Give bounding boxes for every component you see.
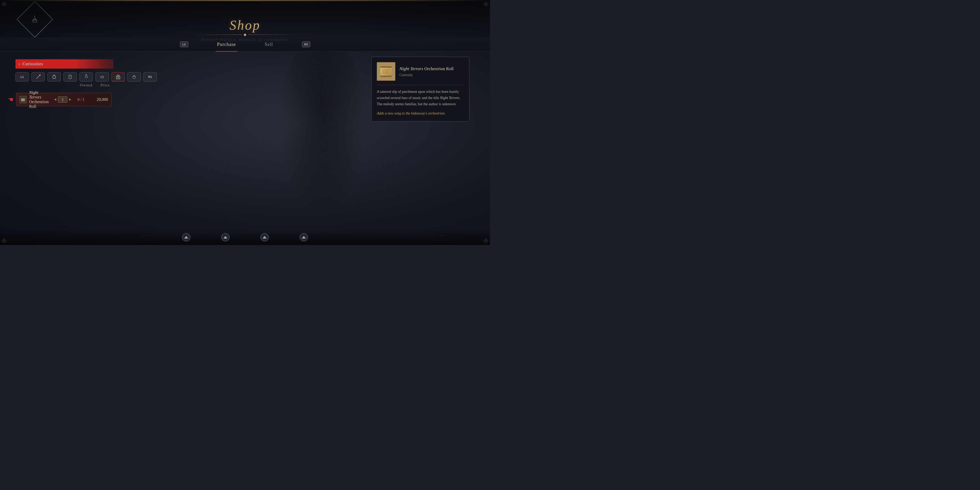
- chevron-up-icon-1: [184, 236, 188, 239]
- svg-point-4: [52, 76, 56, 79]
- item-name-rest: Orchestrion Roll: [29, 100, 49, 108]
- column-price-header: Price: [100, 83, 110, 88]
- detail-item-name: Night Terrors Orchestrion Roll: [399, 66, 464, 72]
- svg-point-3: [40, 75, 40, 76]
- tab-sell[interactable]: Sell: [261, 40, 277, 49]
- filter-key-item[interactable]: [111, 72, 125, 81]
- r1-key-label: R1: [148, 75, 152, 78]
- quantity-increase-button[interactable]: ►: [68, 97, 72, 102]
- filter-material[interactable]: [64, 72, 77, 81]
- material-icon: [67, 74, 73, 80]
- detail-effect: Adds a new song to the hideaway's orches…: [377, 111, 464, 116]
- title-divider: [190, 34, 300, 36]
- item-row-wrapper: ☛ Night Terrors Orchestrion Roll ◄ 1: [8, 93, 111, 106]
- svg-line-2: [37, 75, 40, 79]
- column-owned-header: Owned: [80, 83, 92, 88]
- desc-italic: Night Terrors: [440, 96, 460, 100]
- filter-consumable[interactable]: [95, 72, 109, 81]
- filter-key-l1[interactable]: L1: [16, 72, 29, 81]
- key-item-icon: [115, 74, 121, 80]
- quantity-control: ◄ 1 ►: [53, 97, 72, 103]
- item-type-filter-row: L1: [16, 72, 157, 81]
- sell-tab-label: Sell: [265, 42, 273, 47]
- detail-item-type: Curiosity: [399, 73, 464, 77]
- chevron-up-icon-2: [223, 236, 228, 239]
- bottom-btn-icon-1: [182, 233, 190, 242]
- main-content: › Curiosities L1: [0, 52, 490, 229]
- bottom-navigation: [0, 229, 490, 245]
- purchase-tab-label: Purchase: [217, 42, 236, 47]
- item-owned-count: 0 / 1: [75, 97, 88, 102]
- item-icon: [19, 96, 27, 103]
- item-row[interactable]: Night Terrors Orchestrion Roll ◄ 1 ► 0 /…: [16, 93, 111, 106]
- tab-key-r2[interactable]: R2: [298, 40, 314, 49]
- detail-item-icon: [377, 62, 395, 81]
- detail-scroll-icon: [378, 64, 394, 79]
- category-bar[interactable]: › Curiosities: [16, 59, 113, 68]
- detail-header: Night Terrors Orchestrion Roll Curiosity: [377, 62, 464, 85]
- quantity-value: 1: [58, 97, 67, 103]
- selection-cursor-icon: ☛: [8, 96, 13, 103]
- filter-key-r1[interactable]: R1: [143, 72, 157, 81]
- l2-key: L2: [180, 41, 188, 47]
- r2-key: R2: [302, 41, 310, 47]
- item-name: Night Terrors Orchestrion Roll: [29, 90, 51, 109]
- ring-icon: [51, 74, 57, 80]
- orchestrion-roll-icon: [21, 97, 25, 102]
- svg-point-11: [118, 77, 119, 78]
- filter-ring[interactable]: [48, 72, 61, 81]
- detail-title-area: Night Terrors Orchestrion Roll Curiosity: [399, 66, 464, 77]
- tab-key-l2[interactable]: L2: [176, 40, 192, 49]
- bottom-btn-icon-2: [221, 233, 229, 242]
- bottom-btn-3[interactable]: [261, 233, 269, 242]
- consumable-icon: [99, 74, 105, 80]
- tab-group: L2 Purchase Sell R2: [176, 40, 314, 49]
- svg-rect-12: [21, 98, 25, 101]
- item-detail-panel: Night Terrors Orchestrion Roll Curiosity…: [371, 57, 469, 121]
- svg-rect-22: [380, 76, 392, 77]
- bottom-btn-4[interactable]: [300, 233, 308, 242]
- page-title: Shop: [229, 18, 261, 33]
- bottom-btn-1[interactable]: [182, 233, 190, 242]
- pendant-icon: [83, 74, 89, 80]
- svg-rect-20: [380, 66, 392, 77]
- filter-weapon[interactable]: [32, 72, 45, 81]
- tab-purchase[interactable]: Purchase: [213, 40, 240, 49]
- bag-icon: [131, 74, 137, 80]
- bottom-btn-2[interactable]: [221, 233, 229, 242]
- quantity-decrease-button[interactable]: ◄: [53, 97, 57, 102]
- item-price: 20,000: [90, 97, 108, 102]
- svg-rect-21: [380, 66, 392, 68]
- bottom-btn-icon-3: [261, 233, 269, 242]
- category-label: Curiosities: [22, 62, 43, 66]
- filter-bag[interactable]: [127, 72, 141, 81]
- detail-name-rest: Orchestrion Roll: [423, 66, 453, 71]
- category-arrow-icon: ›: [19, 62, 20, 66]
- detail-description: A tattered slip of parchment upon which …: [377, 89, 464, 107]
- filter-pendant[interactable]: [80, 72, 93, 81]
- tab-navigation: L2 Purchase Sell R2: [0, 37, 490, 52]
- divider-line-right: [248, 35, 300, 35]
- bottom-btn-icon-4: [300, 233, 308, 242]
- divider-diamond: [243, 33, 246, 36]
- detail-name-italic: Night Terrors: [399, 66, 423, 71]
- item-name-italic: Night Terrors: [29, 90, 41, 99]
- weapon-icon: [35, 74, 41, 80]
- divider-line-left: [190, 35, 242, 35]
- chevron-up-icon-4: [302, 236, 306, 239]
- l1-key-label: L1: [21, 75, 24, 78]
- chevron-up-icon-3: [262, 236, 267, 239]
